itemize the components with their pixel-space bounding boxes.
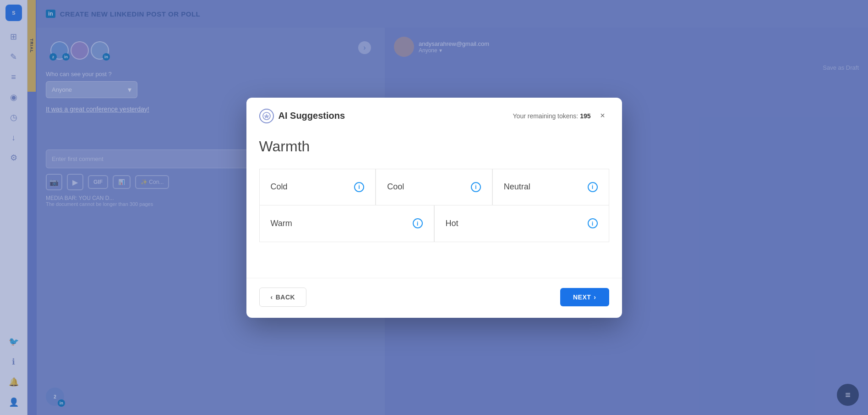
modal-body: Warmth Cold i Cool i Neutral [246, 129, 622, 269]
modal-close-button[interactable]: × [596, 110, 609, 122]
next-button[interactable]: NEXT › [560, 288, 609, 306]
tokens-label: Your remaining tokens: 195 [513, 112, 591, 120]
ai-logo-icon [259, 109, 274, 123]
back-chevron-icon: ‹ [271, 293, 273, 301]
options-row-1: Cold i Cool i Neutral i [259, 169, 609, 205]
modal-header-right: Your remaining tokens: 195 × [513, 110, 609, 122]
options-row-2: Warm i Hot i [259, 205, 609, 242]
back-button[interactable]: ‹ BACK [259, 288, 307, 307]
tokens-count: 195 [580, 112, 590, 120]
modal-footer: ‹ BACK NEXT › [246, 278, 622, 318]
option-hot[interactable]: Hot i [434, 205, 609, 242]
ai-suggestions-modal: AI Suggestions Your remaining tokens: 19… [246, 98, 622, 318]
info-icon-warm[interactable]: i [413, 218, 423, 228]
info-icon-neutral[interactable]: i [588, 182, 598, 192]
warmth-title: Warmth [259, 138, 609, 155]
modal-header-left: AI Suggestions [259, 109, 345, 123]
info-icon-cool[interactable]: i [471, 182, 481, 192]
info-icon-cold[interactable]: i [354, 182, 364, 192]
option-warm[interactable]: Warm i [259, 205, 434, 242]
modal-header: AI Suggestions Your remaining tokens: 19… [246, 98, 622, 129]
option-cold[interactable]: Cold i [259, 169, 376, 205]
modal-title: AI Suggestions [278, 111, 345, 121]
next-chevron-icon: › [594, 293, 596, 301]
option-neutral[interactable]: Neutral i [492, 169, 609, 205]
info-icon-hot[interactable]: i [588, 218, 598, 228]
option-cool[interactable]: Cool i [376, 169, 492, 205]
modal-overlay: AI Suggestions Your remaining tokens: 19… [0, 0, 868, 415]
